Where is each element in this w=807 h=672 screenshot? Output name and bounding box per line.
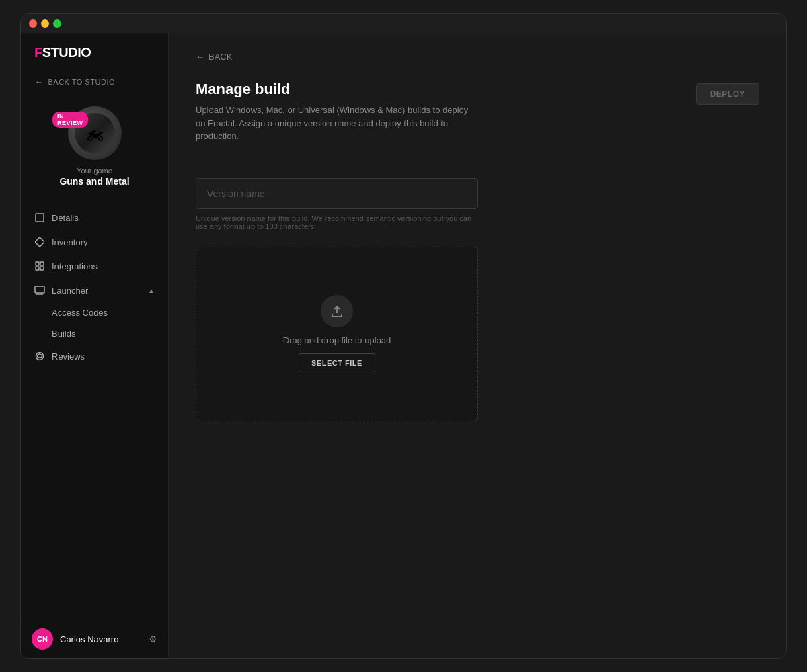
svg-rect-5: [40, 267, 44, 270]
user-avatar: CN: [32, 628, 53, 650]
sidebar-item-inventory[interactable]: Inventory: [21, 230, 168, 254]
top-row: Manage build Upload Windows, Mac, or Uni…: [196, 81, 759, 162]
page-title: Manage build: [196, 81, 696, 98]
star-icon: [34, 351, 45, 362]
game-label: Your game: [77, 167, 112, 175]
in-review-badge: IN REVIEW: [52, 112, 88, 128]
sidebar-item-integrations[interactable]: Integrations: [21, 254, 168, 278]
deploy-button[interactable]: DEPLOY: [696, 83, 759, 105]
logo: FSTUDIO: [21, 33, 168, 71]
back-to-studio-button[interactable]: ← BACK TO STUDIO: [21, 71, 168, 98]
back-label: BACK: [208, 52, 232, 62]
grid-icon: [34, 261, 45, 271]
chevron-up-icon: ▲: [148, 287, 155, 294]
sidebar-item-reviews-label: Reviews: [52, 351, 85, 362]
diamond-icon: [34, 237, 45, 247]
select-file-button[interactable]: SELECT FILE: [299, 353, 375, 372]
top-left: Manage build Upload Windows, Mac, or Uni…: [196, 81, 696, 162]
upload-icon: [330, 304, 344, 319]
upload-label: Drag and drop file to upload: [283, 335, 391, 345]
close-dot[interactable]: [29, 19, 37, 28]
minimize-dot[interactable]: [41, 19, 49, 28]
monitor-icon: [34, 285, 45, 296]
sidebar-nav: Details Inventory: [21, 200, 168, 620]
back-button[interactable]: ← BACK: [196, 52, 759, 62]
sidebar-item-details-label: Details: [52, 213, 79, 223]
back-to-studio-label: BACK TO STUDIO: [48, 78, 116, 86]
sidebar-item-launcher-label: Launcher: [52, 286, 88, 296]
page-description: Upload Windows, Mac, or Universal (Windo…: [196, 103, 478, 143]
version-name-hint: Unique version name for this build. We r…: [196, 214, 478, 230]
svg-rect-6: [35, 286, 44, 293]
sidebar-item-builds-label: Builds: [52, 329, 75, 339]
logo-f: F: [34, 45, 42, 60]
sidebar-item-integrations-label: Integrations: [52, 261, 98, 271]
game-section: IN REVIEW Your game Guns and Metal: [21, 98, 168, 200]
box-icon: [34, 212, 45, 223]
logo-studio: STUDIO: [42, 45, 91, 60]
launcher-submenu: Access Codes Builds: [21, 302, 168, 344]
gear-icon[interactable]: ⚙: [149, 634, 157, 644]
version-name-input[interactable]: [196, 178, 478, 209]
sidebar-footer: CN Carlos Navarro ⚙: [21, 620, 168, 658]
sidebar-item-inventory-label: Inventory: [52, 237, 87, 247]
app-window: FSTUDIO ← BACK TO STUDIO IN REVIEW Your …: [20, 13, 787, 659]
back-arrow-icon: ←: [34, 77, 44, 87]
sidebar-item-builds[interactable]: Builds: [52, 323, 168, 344]
user-initials: CN: [37, 635, 48, 643]
sidebar-item-access-codes[interactable]: Access Codes: [52, 302, 168, 323]
sidebar-item-reviews[interactable]: Reviews: [21, 344, 168, 368]
maximize-dot[interactable]: [53, 19, 61, 28]
sidebar: FSTUDIO ← BACK TO STUDIO IN REVIEW Your …: [21, 33, 169, 658]
sidebar-item-access-codes-label: Access Codes: [52, 308, 108, 318]
upload-dropzone[interactable]: Drag and drop file to upload SELECT FILE: [196, 247, 478, 421]
app-body: FSTUDIO ← BACK TO STUDIO IN REVIEW Your …: [21, 33, 786, 658]
user-name: Carlos Navarro: [60, 634, 142, 644]
sidebar-item-launcher[interactable]: Launcher ▲: [21, 278, 168, 302]
sidebar-item-details[interactable]: Details: [21, 206, 168, 230]
main-content: ← BACK Manage build Upload Windows, Mac,…: [169, 33, 786, 658]
upload-icon-circle: [321, 295, 353, 327]
back-arrow-icon: ←: [196, 52, 204, 62]
game-name: Guns and Metal: [59, 176, 129, 187]
svg-rect-3: [40, 262, 44, 265]
svg-rect-2: [36, 262, 39, 265]
title-bar: [21, 14, 786, 33]
svg-rect-4: [36, 267, 39, 270]
svg-rect-0: [36, 214, 44, 222]
svg-rect-1: [35, 237, 44, 247]
